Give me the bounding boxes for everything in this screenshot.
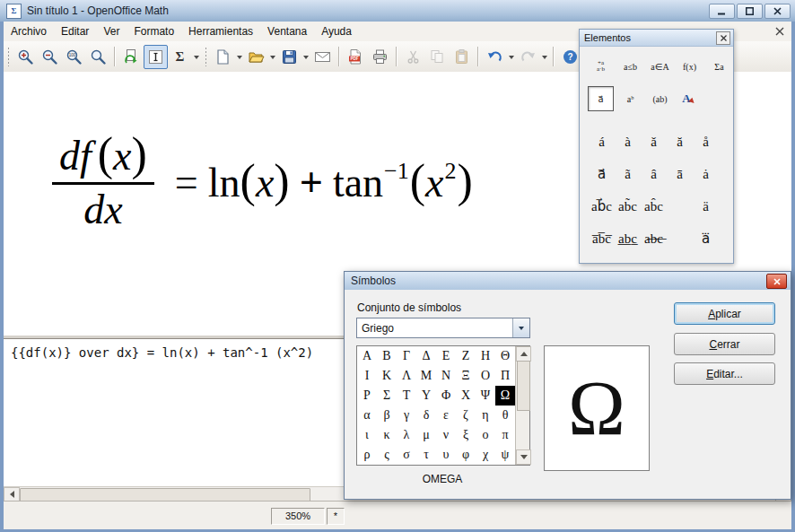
symbol-cell[interactable]: π [495, 425, 515, 445]
symbol-cell[interactable]: σ [397, 445, 416, 465]
symbol-cell[interactable]: Ψ [476, 386, 495, 406]
scroll-down-button[interactable] [516, 449, 531, 465]
symbol-cell[interactable]: ε [436, 406, 456, 425]
undo-button[interactable] [483, 45, 507, 69]
symbol-cell[interactable]: Θ [495, 346, 515, 366]
undo-dropdown[interactable] [507, 46, 516, 68]
attribute-grave[interactable]: à [615, 126, 641, 158]
category-relations[interactable]: a≤b [617, 54, 643, 79]
symbol-cell[interactable]: α [357, 406, 377, 425]
symbol-cell[interactable]: Κ [377, 366, 397, 386]
document-close-button[interactable] [773, 25, 787, 38]
attribute-strikethrough[interactable]: a̶b̶c̶ [641, 222, 667, 255]
symbol-cell[interactable]: β [377, 406, 397, 425]
attribute-widetilde[interactable]: ab̃c [615, 190, 641, 222]
document-as-email-button[interactable] [310, 45, 335, 69]
simbolos-titlebar[interactable]: Símbolos [345, 272, 791, 290]
category-brackets[interactable]: (ab) [647, 86, 673, 111]
symbol-cell[interactable]: ρ [357, 445, 377, 465]
symbol-cell[interactable]: τ [416, 445, 436, 465]
symbol-cell[interactable]: Η [476, 346, 495, 366]
elementos-titlebar[interactable]: Elementos [580, 30, 733, 47]
symbol-cell[interactable]: Τ [397, 386, 416, 406]
attribute-circle[interactable]: å [693, 126, 719, 158]
export-pdf-button[interactable]: PDF [344, 45, 368, 69]
category-others[interactable]: A [677, 86, 703, 111]
elementos-close-button[interactable] [716, 31, 730, 45]
category-formats[interactable]: aᵇ [617, 86, 643, 111]
symbol-cell[interactable]: ς [377, 445, 397, 465]
new-document-button[interactable] [211, 45, 235, 69]
formula-cursor-button[interactable] [144, 45, 168, 69]
menu-formato[interactable]: Formato [127, 22, 181, 40]
symbol-cell[interactable]: ο [476, 425, 495, 445]
symbol-cell[interactable]: Φ [436, 386, 456, 406]
symbol-cell[interactable]: Ξ [456, 366, 476, 386]
attribute-check[interactable]: ǎ [641, 126, 667, 158]
symbol-cell[interactable]: κ [377, 425, 397, 445]
symbol-cell[interactable]: Λ [397, 366, 416, 386]
category-set-operations[interactable]: a∈A [647, 54, 673, 79]
symbol-cell[interactable]: μ [416, 425, 436, 445]
symbol-cell[interactable]: λ [397, 425, 416, 445]
symbol-cell[interactable]: Α [357, 346, 377, 366]
symbol-cell[interactable]: η [476, 406, 495, 425]
attribute-tilde[interactable]: ã [615, 158, 641, 190]
symbol-cell[interactable]: Ν [436, 366, 456, 386]
toolbar-overflow-button[interactable] [192, 46, 201, 68]
menu-ventana[interactable]: Ventana [260, 22, 314, 40]
combobox-dropdown-button[interactable] [512, 318, 529, 337]
symbol-cell[interactable]: Ι [357, 366, 377, 386]
symbol-cell[interactable]: υ [436, 445, 456, 465]
attribute-triple-dot[interactable]: a⃛ [693, 222, 719, 255]
attribute-overline[interactable]: a̅b̅c̅ [589, 222, 615, 255]
symbol-cell[interactable]: ι [357, 425, 377, 445]
symbol-cell[interactable]: Μ [416, 366, 436, 386]
symbol-cell[interactable]: ζ [456, 406, 476, 425]
symbol-cell[interactable]: ξ [456, 425, 476, 445]
apply-button[interactable]: Aplicar [674, 302, 775, 325]
zoom-out-button[interactable] [38, 45, 62, 69]
cerrar-button[interactable]: Cerrar [674, 333, 775, 355]
symbol-cell[interactable]: Ρ [357, 386, 377, 406]
symbol-cell[interactable]: γ [397, 406, 416, 425]
simbolos-close-button[interactable] [766, 274, 787, 289]
symbol-cell[interactable]: Β [377, 346, 397, 366]
attribute-double-dot[interactable]: ä [693, 190, 719, 222]
attribute-bar[interactable]: ā [667, 158, 693, 190]
attribute-breve[interactable]: ă [667, 126, 693, 158]
close-button[interactable] [764, 4, 791, 19]
scroll-left-button[interactable] [4, 487, 20, 502]
toolbar-handle[interactable] [7, 47, 10, 66]
save-button[interactable] [277, 45, 301, 69]
symbol-cell[interactable]: Γ [397, 346, 416, 366]
open-button[interactable] [244, 45, 268, 69]
symbol-set-combobox[interactable]: Griego [356, 318, 530, 338]
menu-editar[interactable]: Editar [54, 22, 96, 40]
redo-dropdown[interactable] [540, 46, 549, 68]
symbol-cell[interactable]: Ζ [456, 346, 476, 366]
scrollbar-thumb[interactable] [517, 361, 530, 411]
zoom-level[interactable]: 350% [271, 508, 325, 525]
symbol-cell[interactable]: Π [495, 366, 515, 386]
category-operators[interactable]: Σa [706, 54, 732, 79]
symbol-cell[interactable]: θ [495, 406, 515, 425]
symbol-cell[interactable]: Υ [416, 386, 436, 406]
attribute-underline[interactable]: a̲b̲c̲ [615, 222, 641, 255]
print-button[interactable] [368, 45, 392, 69]
attribute-widehat[interactable]: ab̂c [641, 190, 667, 222]
editar-button[interactable]: Editar... [674, 362, 775, 385]
symbol-cell[interactable]: χ [476, 445, 495, 465]
category-functions[interactable]: f(x) [677, 54, 703, 79]
zoom-button[interactable] [86, 45, 110, 69]
attribute-circumflex[interactable]: â [641, 158, 667, 190]
symbol-cell[interactable]: ν [436, 425, 456, 445]
save-dropdown[interactable] [301, 46, 310, 68]
attribute-widevec[interactable]: ab⃗c [589, 190, 615, 222]
symbol-cell[interactable]: Δ [416, 346, 436, 366]
menu-herramientas[interactable]: Herramientas [181, 22, 260, 40]
attribute-dot[interactable]: ȧ [693, 158, 719, 190]
minimize-button[interactable] [709, 4, 735, 19]
attribute-acute[interactable]: á [589, 126, 615, 158]
symbol-cell[interactable]: Σ [377, 386, 397, 406]
